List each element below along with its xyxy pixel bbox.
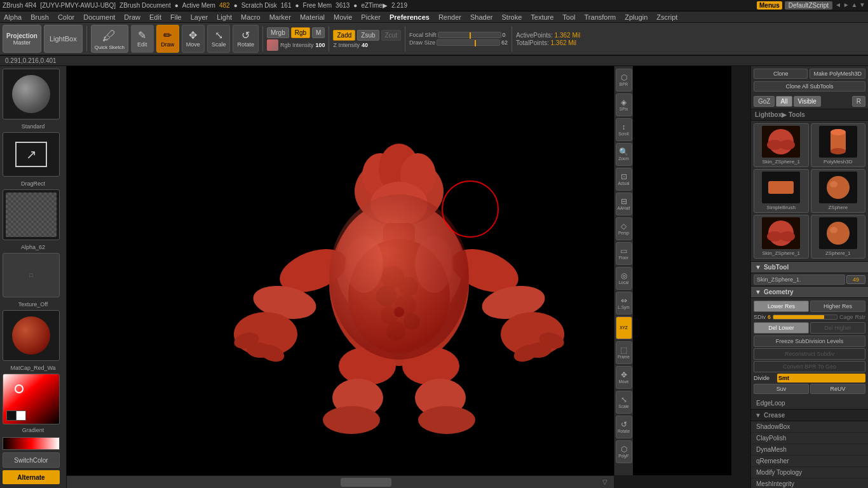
projection-master-button[interactable]: Projection Master: [3, 25, 41, 53]
edit-button[interactable]: ✎ Edit: [131, 25, 154, 53]
zoom-button[interactable]: 🔍 Zoom: [616, 143, 632, 166]
cage-label[interactable]: Cage: [839, 314, 853, 320]
menu-marker[interactable]: Marker: [268, 13, 292, 22]
clone-button[interactable]: Clone: [754, 69, 808, 79]
menu-material[interactable]: Material: [299, 13, 326, 22]
scale-button[interactable]: ⤡ Scale: [207, 25, 231, 53]
clone-all-subtools-button[interactable]: Clone All SubTools: [754, 81, 865, 92]
tool-item-simplebrush[interactable]: SimpleBrush: [754, 169, 809, 213]
all-button[interactable]: All: [776, 96, 792, 107]
menu-edit[interactable]: Edit: [148, 13, 163, 22]
del-lower-button[interactable]: Del Lower: [754, 322, 809, 334]
lsym-button[interactable]: ⇔ L.Sym: [616, 292, 632, 315]
canvas-area[interactable]: ⬡ BPR ◈ SPix ↕ Scroll 🔍 Zoom ⊡ Actual ⊟ …: [67, 66, 750, 488]
mrgb-button[interactable]: Mrgb: [267, 27, 289, 38]
zcut-button[interactable]: Zcut: [381, 30, 401, 41]
menu-zscript[interactable]: Zscript: [655, 13, 679, 22]
brush-preview[interactable]: [3, 69, 60, 119]
lower-res-button[interactable]: Lower Res: [754, 301, 809, 312]
menu-transform[interactable]: Transform: [583, 13, 618, 22]
tool-item-zsphere1[interactable]: ZSphere_1: [811, 215, 866, 259]
lightbox-tools-header[interactable]: Lightbox▶ Tools: [751, 109, 868, 121]
floor-button[interactable]: ▭ Floor: [616, 242, 632, 265]
subtool-section-header[interactable]: ▼ SubTool: [751, 261, 868, 273]
scroll-arrow-right[interactable]: ▽: [602, 478, 607, 485]
claypolish-item[interactable]: ClayPolish: [751, 433, 868, 444]
aahalf-button[interactable]: ⊟ AAHalf: [616, 193, 632, 215]
visible-button[interactable]: Visible: [794, 96, 821, 107]
alternate-button[interactable]: Alternate: [3, 470, 60, 484]
menu-texture[interactable]: Texture: [529, 13, 555, 22]
default-zscript-button[interactable]: DefaultZScript: [785, 1, 832, 10]
rotate-button[interactable]: ↺ Rotate: [233, 25, 259, 53]
frame-button[interactable]: ⬚ Frame: [616, 341, 632, 364]
foreground-color-chip[interactable]: [6, 410, 17, 421]
zadd-button[interactable]: Zadd: [333, 30, 355, 41]
shadowbox-item[interactable]: ShadowBox: [751, 421, 868, 433]
tool-item-zsphere[interactable]: ZSphere: [811, 169, 866, 213]
tool-item-skin-zsphere[interactable]: Skin_ZSphere_1: [754, 123, 809, 167]
background-color-chip[interactable]: [16, 410, 26, 421]
menu-macro[interactable]: Macro: [240, 13, 262, 22]
horizontal-scrollbar-thumb[interactable]: [341, 478, 391, 487]
menu-movie[interactable]: Movie: [332, 13, 353, 22]
actual-button[interactable]: ⊡ Actual: [616, 168, 632, 191]
draw-button[interactable]: ✏ Draw: [156, 25, 179, 53]
r-button[interactable]: R: [852, 96, 865, 107]
switch-color-button[interactable]: SwitchColor: [3, 452, 60, 468]
spix-button[interactable]: ◈ SPix: [616, 93, 632, 116]
edgeloop-item[interactable]: EdgeLoop: [751, 398, 868, 409]
zsub-button[interactable]: Zsub: [357, 30, 379, 41]
menu-light[interactable]: Light: [215, 13, 233, 22]
sdiv-track[interactable]: [773, 315, 837, 320]
menu-layer[interactable]: Layer: [189, 13, 210, 22]
xyz-button[interactable]: XYZ: [616, 316, 632, 339]
persp-button[interactable]: ◇ Persp: [616, 217, 632, 240]
color-swatch[interactable]: [3, 374, 60, 424]
menu-stroke[interactable]: Stroke: [500, 13, 523, 22]
alpha-preview[interactable]: [3, 189, 60, 240]
menu-document[interactable]: Document: [82, 13, 116, 22]
menu-draw[interactable]: Draw: [123, 13, 142, 22]
draw-size-track[interactable]: [437, 39, 500, 46]
suv-button[interactable]: Suv: [754, 384, 809, 394]
menu-zplugin[interactable]: Zplugin: [623, 13, 649, 22]
rgb-button[interactable]: Rgb: [291, 27, 310, 38]
gradient-panel[interactable]: [3, 437, 60, 450]
smt-button[interactable]: Smt: [777, 374, 865, 383]
higher-res-button[interactable]: Higher Res: [810, 301, 865, 312]
qremesher-item[interactable]: qRemesher: [751, 456, 868, 467]
tool-item-skin-zsphere2[interactable]: Skin_ZSphere_1: [754, 215, 809, 259]
menu-shader[interactable]: Shader: [469, 13, 494, 22]
menu-brush[interactable]: Brush: [29, 13, 50, 22]
menu-color[interactable]: Color: [57, 13, 76, 22]
reconstruct-subdiv-button[interactable]: Reconstruct Subdiv: [754, 348, 865, 360]
modify-topology-item[interactable]: Modify Topology: [751, 467, 868, 478]
menu-file[interactable]: File: [169, 13, 183, 22]
subtool-slider[interactable]: 49: [846, 275, 865, 284]
freeze-subdiv-button[interactable]: Freeze SubDivision Levels: [754, 336, 865, 347]
menu-preferences[interactable]: Preferences: [388, 13, 431, 22]
geometry-section-header[interactable]: ▼ Geometry: [751, 286, 868, 298]
convert-bpr-button[interactable]: Convert BPR To Geo: [754, 361, 865, 372]
menu-alpha[interactable]: Alpha: [3, 13, 23, 22]
menu-tool[interactable]: Tool: [561, 13, 576, 22]
subtool-item-name[interactable]: Skin_ZSphere_1.: [754, 274, 845, 285]
lightbox-button[interactable]: LightBox: [44, 25, 83, 53]
scale-rt-button[interactable]: ⤡ Scale: [616, 391, 632, 414]
rotate-rt-button[interactable]: ↺ Rotate: [616, 416, 632, 438]
menu-picker[interactable]: Picker: [360, 13, 382, 22]
tool-item-polymesh[interactable]: PolyMesh3D: [811, 123, 866, 167]
color-chip[interactable]: [267, 39, 278, 51]
local-button[interactable]: ◎ Local: [616, 267, 632, 290]
focal-track[interactable]: [438, 32, 501, 38]
del-higher-button[interactable]: Del Higher: [810, 322, 865, 334]
crease-section-header[interactable]: ▼ Crease: [751, 409, 868, 421]
menu-render[interactable]: Render: [437, 13, 463, 22]
meshintegrity-item[interactable]: MeshIntegrity: [751, 478, 868, 488]
polyf-button[interactable]: ⬡ PolyF: [616, 440, 632, 463]
texture-preview[interactable]: □: [3, 253, 60, 297]
dynamesh-item[interactable]: DynaMesh: [751, 444, 868, 456]
rstr-label[interactable]: Rstr: [855, 314, 866, 320]
canvas-bottom-scrollbar[interactable]: ▽: [67, 475, 614, 488]
